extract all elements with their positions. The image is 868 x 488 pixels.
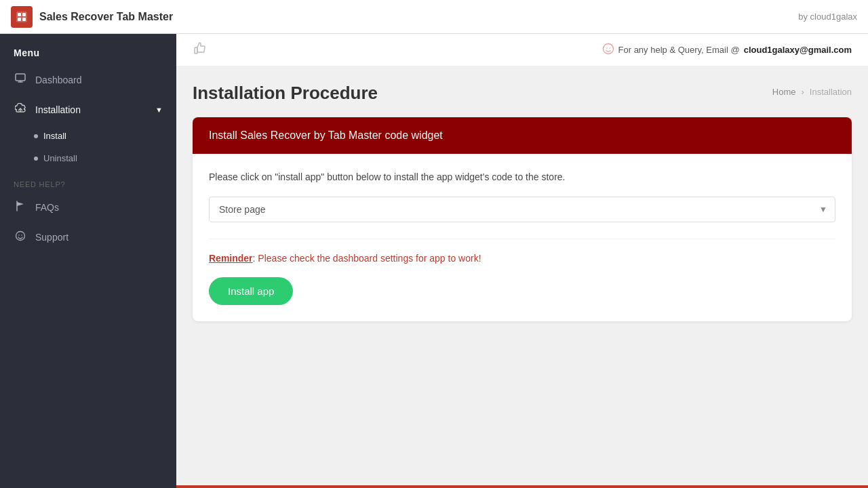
emoji-icon [602, 43, 614, 58]
reminder-text: Reminder: Please check the dashboard set… [209, 253, 835, 264]
card-body: Please click on "install app" button bel… [193, 154, 852, 321]
faqs-label: FAQs [35, 202, 59, 213]
uninstall-label: Uninstall [43, 153, 77, 163]
topbar-left: Sales Recover Tab Master [11, 6, 173, 28]
page-title: Installation Procedure [193, 83, 378, 104]
dashboard-label: Dashboard [35, 75, 82, 85]
card-header: Install Sales Recover by Tab Master code… [193, 117, 852, 154]
help-text: For any help & Query, Email @ [618, 45, 740, 55]
topbar: Sales Recover Tab Master by cloud1galax [0, 0, 868, 34]
page-top: Installation Procedure Home › Installati… [193, 83, 852, 104]
svg-rect-5 [16, 74, 25, 81]
need-help-label: Need Help? [0, 169, 176, 192]
dot-icon [34, 134, 38, 138]
svg-rect-4 [22, 18, 26, 21]
app-logo-icon [11, 6, 33, 28]
reminder-label: Reminder [209, 253, 253, 264]
topbar-byline: by cloud1galax [798, 12, 857, 22]
svg-point-16 [609, 47, 610, 49]
svg-rect-2 [22, 13, 26, 16]
svg-rect-13 [195, 47, 197, 54]
reminder-message: Please check the dashboard settings for … [255, 253, 481, 264]
svg-point-12 [21, 235, 22, 236]
app-title: Sales Recover Tab Master [39, 11, 173, 23]
thumbs-up-icon [193, 41, 208, 59]
sidebar-menu-label: Menu [0, 34, 176, 65]
chevron-down-icon: ▼ [155, 106, 163, 114]
page-content: Installation Procedure Home › Installati… [176, 66, 868, 485]
card-description: Please click on "install app" button bel… [209, 170, 835, 184]
smile-icon [14, 230, 27, 244]
sidebar-item-support[interactable]: Support [0, 222, 176, 252]
sidebar-subitem-install[interactable]: Install [0, 125, 176, 147]
sidebar-submenu-installation: Install Uninstall [0, 125, 176, 169]
sidebar-item-faqs[interactable]: FAQs [0, 192, 176, 222]
svg-rect-3 [18, 18, 21, 21]
svg-point-11 [18, 235, 20, 236]
content-area: For any help & Query, Email @ cloud1gala… [176, 34, 868, 488]
flag-icon [14, 201, 27, 214]
monitor-icon [14, 73, 27, 87]
install-label: Install [43, 131, 66, 141]
support-label: Support [35, 232, 68, 243]
breadcrumb: Home › Installation [772, 83, 852, 97]
store-select-wrapper[interactable]: Store page ▼ [209, 197, 835, 222]
cloud-icon [14, 103, 27, 117]
help-contact: For any help & Query, Email @ cloud1gala… [602, 43, 852, 58]
installation-label: Installation [35, 104, 81, 115]
sidebar-item-dashboard[interactable]: Dashboard [0, 65, 176, 95]
main-layout: Menu Dashboard Installation ▼ [0, 34, 868, 488]
help-email: cloud1galaxy@gmail.com [744, 45, 852, 55]
content-header: For any help & Query, Email @ cloud1gala… [176, 34, 868, 66]
svg-rect-1 [18, 13, 21, 16]
breadcrumb-home[interactable]: Home [772, 87, 796, 97]
breadcrumb-current: Installation [810, 87, 852, 97]
installation-card: Install Sales Recover by Tab Master code… [193, 117, 852, 321]
card-divider [209, 239, 835, 239]
store-page-select[interactable]: Store page [209, 197, 835, 222]
install-app-button[interactable]: Install app [209, 277, 293, 305]
sidebar-subitem-uninstall[interactable]: Uninstall [0, 147, 176, 169]
dot-icon [34, 157, 38, 161]
breadcrumb-separator: › [802, 87, 804, 97]
svg-point-14 [603, 43, 613, 54]
sidebar: Menu Dashboard Installation ▼ [0, 34, 176, 488]
bottom-bar [176, 485, 868, 488]
sidebar-item-installation[interactable]: Installation ▼ [0, 95, 176, 125]
svg-point-15 [606, 47, 608, 49]
